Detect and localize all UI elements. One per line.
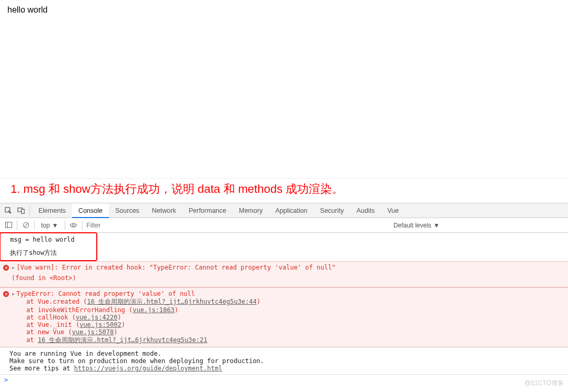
error-entry: ✕ ▸[Vue warn]: Error in created hook: "T…: [0, 261, 568, 287]
separator: [29, 206, 30, 215]
levels-label: Default levels: [393, 222, 431, 229]
devtools-tabs: Elements Console Sources Network Perform…: [0, 203, 568, 218]
tab-network[interactable]: Network: [146, 203, 182, 218]
svg-rect-4: [5, 222, 12, 228]
info-line: You are running Vue in development mode.: [9, 350, 559, 357]
info-line: Make sure to turn on production mode whe…: [9, 357, 559, 365]
svg-rect-3: [22, 209, 24, 213]
tab-performance[interactable]: Performance: [182, 203, 233, 218]
info-line: See more tips at: [9, 365, 74, 372]
context-label: top: [41, 222, 50, 229]
device-icon[interactable]: [15, 205, 27, 216]
expand-icon[interactable]: ▸: [12, 264, 15, 271]
tab-application[interactable]: Application: [269, 203, 313, 218]
stack-link[interactable]: vue.js:5078: [72, 328, 114, 336]
stack-at: at callHook (: [26, 314, 76, 321]
error-entry: ✕ ▸TypeError: Cannot read property 'valu…: [0, 287, 568, 347]
separator: [82, 221, 83, 230]
error-found-in: (found in <Root>): [12, 271, 564, 285]
stack-at: at new Vue (: [26, 328, 72, 336]
error-icon: ✕: [3, 265, 9, 271]
svg-point-8: [73, 224, 75, 226]
expand-icon[interactable]: ▸: [12, 290, 15, 297]
stack-link[interactable]: 16 生命周期的演示.html?_ijt…6jrkhuvtc4eg5u3e:44: [87, 298, 257, 305]
watermark: @51CTO博客: [524, 379, 564, 388]
stack-link[interactable]: vue.js:1863: [133, 306, 174, 314]
annotation-1: 1. msg 和 show方法执行成功，说明 data 和 methods 成功…: [11, 181, 343, 197]
tab-security[interactable]: Security: [314, 203, 350, 218]
stack-link[interactable]: vue.js:5002: [79, 321, 121, 328]
log-line: msg = hello world: [1, 233, 96, 246]
tab-audits[interactable]: Audits: [350, 203, 381, 218]
log-line: 执行了show方法: [1, 246, 96, 260]
log-levels-selector[interactable]: Default levels▼: [393, 222, 440, 229]
devtools-panel: Elements Console Sources Network Perform…: [0, 203, 568, 385]
error-message: [Vue warn]: Error in created hook: "Type…: [16, 264, 336, 271]
stack-at: at Vue.created (: [26, 298, 87, 305]
info-link[interactable]: https://vuejs.org/guide/deployment.html: [74, 365, 222, 372]
chevron-down-icon: ▼: [433, 222, 440, 229]
stack-at: at Vue._init (: [26, 321, 79, 328]
annotation-box-1: msg = hello world 执行了show方法: [0, 232, 97, 261]
svg-line-7: [24, 223, 27, 227]
page-text: hello world: [7, 5, 561, 15]
tab-elements[interactable]: Elements: [32, 203, 72, 218]
chevron-down-icon: ▼: [52, 222, 58, 229]
separator: [65, 221, 65, 230]
info-entry: You are running Vue in development mode.…: [0, 347, 568, 374]
filter-input-wrap: [85, 221, 274, 230]
clear-console-icon[interactable]: [19, 220, 32, 231]
tab-vue[interactable]: Vue: [381, 203, 405, 218]
separator: [17, 221, 17, 230]
console-prompt[interactable]: >: [0, 374, 568, 385]
filter-input[interactable]: [85, 221, 274, 230]
stack-at: at invokeWithErrorHandling (: [26, 306, 133, 314]
context-selector[interactable]: top▼: [37, 222, 63, 229]
tab-memory[interactable]: Memory: [232, 203, 269, 218]
stack-at: at: [26, 336, 38, 344]
console-output: msg = hello world 执行了show方法 ✕ ▸[Vue warn…: [0, 232, 568, 385]
error-icon: ✕: [3, 291, 9, 297]
page-viewport: hello world: [0, 0, 568, 179]
sidebar-toggle-icon[interactable]: [2, 220, 15, 231]
stack-link[interactable]: vue.js:4220: [76, 314, 117, 321]
tab-sources[interactable]: Sources: [109, 203, 146, 218]
stack-link[interactable]: 16 生命周期的演示.html?_ijt…6jrkhuvtc4eg5u3e:21: [38, 336, 207, 344]
tab-console[interactable]: Console: [72, 203, 109, 218]
console-toolbar: top▼ Default levels▼: [0, 218, 568, 233]
separator: [34, 221, 35, 230]
error-message: TypeError: Cannot read property 'value' …: [16, 290, 195, 297]
eye-icon[interactable]: [67, 220, 80, 231]
inspect-icon[interactable]: [2, 205, 15, 216]
